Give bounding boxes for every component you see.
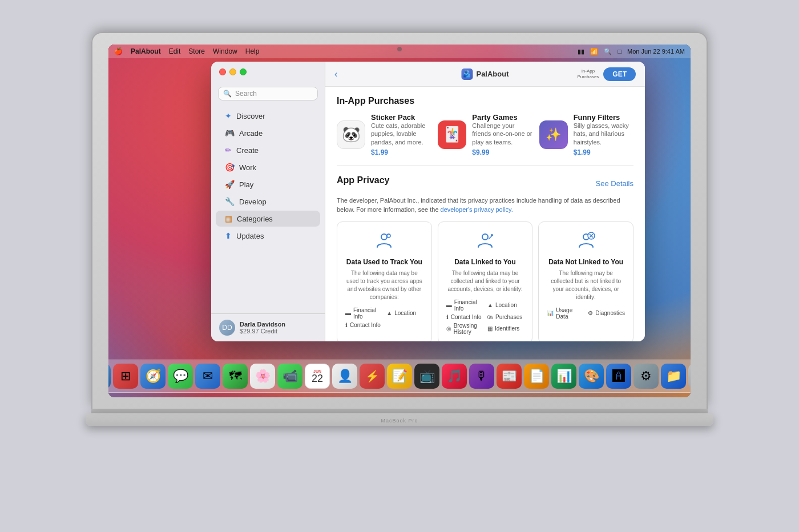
privacy-policy-link[interactable]: developer's privacy policy. [441, 206, 513, 213]
dock-maps[interactable]: 🗺 [223, 364, 248, 389]
macbook-label: MacBook Pro [381, 418, 418, 424]
dock-facetime[interactable]: 📹 [277, 364, 302, 389]
dock-messages[interactable]: 💬 [168, 364, 193, 389]
close-button[interactable] [219, 68, 226, 75]
dock-keynote[interactable]: 🎨 [579, 364, 604, 389]
get-button[interactable]: GET [603, 67, 636, 81]
dock-appletv[interactable]: 📺 [414, 364, 439, 389]
dock-trash[interactable]: 🗑 [688, 364, 691, 389]
maximize-button[interactable] [240, 68, 247, 75]
dock-pages[interactable]: 📄 [524, 364, 549, 389]
iap-price-funny: $1.99 [574, 148, 633, 156]
apple-menu[interactable]: 🍎 [114, 47, 123, 55]
dock-launchpad[interactable]: ⊞ [113, 364, 138, 389]
arcade-icon: 🎮 [225, 128, 235, 138]
svg-line-3 [489, 236, 492, 239]
financial-icon: ▬ [345, 310, 351, 316]
contact-icon: ℹ [345, 322, 348, 328]
usage-icon: 📊 [547, 310, 554, 316]
nav-right: In-AppPurchases GET [578, 67, 636, 81]
sidebar-item-develop[interactable]: 🔧 Develop [216, 194, 320, 209]
sidebar-item-label-create: Create [236, 146, 259, 155]
sidebar: 🔍 Search ✦ Discover 🎮 Arcade ✏ [211, 62, 325, 341]
dock-notes[interactable]: 📝 [387, 364, 412, 389]
not-linked-title: Data Not Linked to You [547, 258, 625, 266]
user-name: Darla Davidson [240, 321, 285, 328]
financial-linked-icon: ▬ [446, 302, 452, 308]
iap-item-party[interactable]: 🃏 Party Games Challenge your friends one… [438, 113, 532, 156]
privacy-section-title: App Privacy [337, 175, 389, 186]
iap-name-party: Party Games [472, 113, 532, 122]
iap-icon-party: 🃏 [438, 120, 466, 149]
dock-photos[interactable]: 🌸 [250, 364, 275, 389]
see-details-button[interactable]: See Details [596, 179, 633, 188]
sidebar-user[interactable]: DD Darla Davidson $29.97 Credit [211, 313, 325, 341]
sidebar-item-label-develop: Develop [239, 198, 267, 206]
privacy-description: The developer, PalAbout Inc., indicated … [337, 196, 633, 215]
dock-files[interactable]: 📁 [661, 364, 686, 389]
menubar-window[interactable]: Window [213, 47, 237, 55]
in-app-purchases-badge: In-AppPurchases [578, 68, 599, 79]
dock-calendar[interactable]: JUN 22 [305, 364, 330, 389]
dock-safari[interactable]: 🧭 [140, 364, 166, 389]
sidebar-item-label-categories: Categories [237, 215, 273, 223]
sidebar-item-play[interactable]: 🚀 Play [216, 176, 320, 192]
minimize-button[interactable] [229, 68, 236, 75]
sidebar-item-discover[interactable]: ✦ Discover [216, 108, 320, 124]
iap-info-funny: Funny Filters Silly glasses, wacky hats,… [574, 113, 633, 156]
location-linked-label: Location [495, 302, 517, 308]
dock-sysprefs[interactable]: ⚙ [633, 364, 659, 389]
dock-numbers[interactable]: 📊 [551, 364, 576, 389]
sidebar-item-arcade[interactable]: 🎮 Arcade [216, 125, 320, 141]
dock-news[interactable]: 📰 [497, 364, 522, 389]
sidebar-item-categories[interactable]: ▦ Categories [216, 211, 320, 227]
back-button[interactable]: ‹ [334, 69, 337, 79]
sidebar-search-container[interactable]: 🔍 Search [218, 87, 318, 100]
categories-icon: ▦ [225, 214, 232, 223]
dock-music[interactable]: 🎵 [442, 364, 467, 389]
search-icon[interactable]: 🔍 [604, 48, 612, 55]
tag-usage-not-linked: 📊 Usage Data [547, 307, 583, 320]
iap-price-party: $9.99 [472, 148, 532, 156]
location-icon: ▲ [386, 310, 392, 316]
tag-financial-linked: ▬ Financial Info [446, 299, 483, 312]
appstore-window: 🔍 Search ✦ Discover 🎮 Arcade ✏ [211, 62, 645, 341]
location-label: Location [394, 310, 416, 316]
siri-icon[interactable]: □ [618, 48, 622, 55]
privacy-card-linked: Data Linked to You The following data ma… [438, 221, 533, 341]
iap-icon-funny: ✨ [539, 120, 568, 149]
iap-item-sticker[interactable]: 🐼 Sticker Pack Cute cats, adorable puppi… [337, 113, 431, 156]
sidebar-item-updates[interactable]: ⬆ Updates [216, 228, 320, 244]
play-icon: 🚀 [225, 180, 235, 189]
diagnostics-label: Diagnostics [595, 310, 625, 316]
menubar-edit[interactable]: Edit [169, 47, 181, 55]
tag-location-track: ▲ Location [386, 307, 423, 320]
dock-reminders[interactable]: ⚡ [360, 364, 385, 389]
iap-info-sticker: Sticker Pack Cute cats, adorable puppies… [371, 113, 431, 156]
dock-mail[interactable]: ✉ [195, 364, 220, 389]
iap-grid: 🐼 Sticker Pack Cute cats, adorable puppi… [337, 113, 633, 156]
iap-item-funny[interactable]: ✨ Funny Filters Silly glasses, wacky hat… [539, 113, 633, 156]
menubar-right: ▮▮ 📶 🔍 □ Mon Jun 22 9:41 AM [578, 48, 685, 55]
sidebar-item-create[interactable]: ✏ Create [216, 142, 320, 158]
dock-appstore[interactable]: 🅰 [606, 364, 631, 389]
not-linked-icon [547, 231, 625, 253]
svg-point-2 [482, 234, 488, 240]
content-scroll[interactable]: In-App Purchases 🐼 Sticker Pack Cute cat… [325, 62, 645, 341]
dock-podcasts[interactable]: 🎙 [469, 364, 494, 389]
menubar-help[interactable]: Help [245, 47, 260, 55]
track-tags: ▬ Financial Info ▲ Location [345, 307, 423, 328]
purchases-label: Purchases [495, 314, 522, 320]
updates-icon: ⬆ [225, 231, 232, 240]
sidebar-item-work[interactable]: 🎯 Work [216, 159, 320, 175]
privacy-card-not-linked: Data Not Linked to You The following may… [538, 221, 633, 341]
menubar-app-name[interactable]: PalAbout [131, 47, 161, 55]
dock-contacts[interactable]: 👤 [332, 364, 357, 389]
identifiers-label: Identifiers [495, 325, 519, 332]
purchases-icon: 🛍 [487, 314, 493, 320]
iap-section: In-App Purchases 🐼 Sticker Pack Cute cat… [325, 87, 645, 166]
menubar-store[interactable]: Store [188, 47, 205, 55]
dock-finder[interactable]: 🔵 [108, 364, 111, 389]
user-avatar: DD [219, 320, 235, 336]
contact-linked-label: Contact Info [451, 314, 482, 320]
